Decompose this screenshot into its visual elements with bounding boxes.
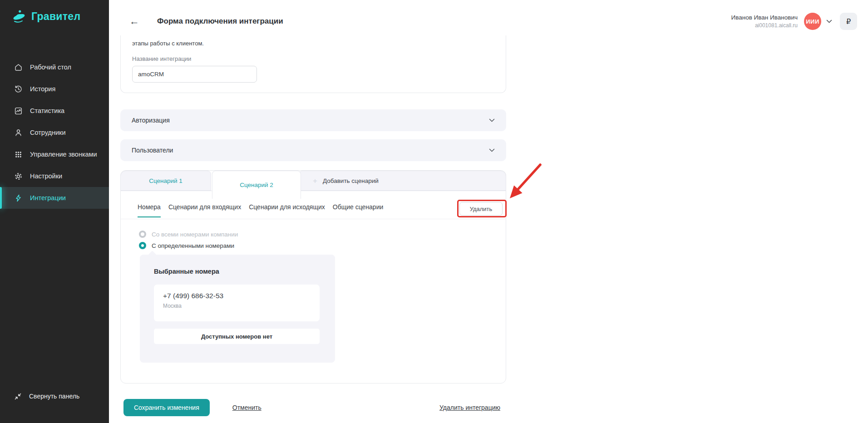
subtab-label: Сценарии для входящих	[168, 203, 241, 211]
phone-number: +7 (499) 686-32-53	[163, 292, 311, 300]
subtab-incoming[interactable]: Сценарии для входящих	[168, 196, 241, 219]
integration-name-input[interactable]	[132, 66, 257, 83]
header: ← Форма подключения интеграции Иванов Ив…	[109, 0, 868, 35]
sidebar-item-statistics[interactable]: Статистика	[0, 100, 109, 122]
chevron-down-icon[interactable]	[826, 20, 832, 23]
phone-city: Москва	[163, 303, 311, 309]
logo[interactable]: Гравител	[10, 8, 80, 25]
sidebar-menu: Рабочий стол История	[0, 56, 109, 209]
no-numbers-message: Доступных номеров нет	[154, 329, 320, 344]
subtab-label: Сценарии для исходящих	[249, 203, 325, 211]
description-text: этапы работы с клиентом.	[132, 40, 494, 47]
number-mode-group: Со всеми номерами компании С определенны…	[139, 231, 506, 249]
avatar[interactable]: ИИИ	[804, 13, 821, 30]
chevron-down-icon	[489, 148, 495, 152]
sidebar-item-label: Рабочий стол	[30, 64, 71, 71]
sidebar-item-label: Управление звонками	[30, 151, 97, 158]
scenario-subtabs: Номера Сценарии для входящих Сценарии дл…	[138, 196, 383, 219]
subtab-label: Номера	[138, 203, 161, 211]
logo-text: Гравител	[31, 10, 80, 23]
accordion-label: Пользователи	[132, 147, 173, 154]
delete-integration-link[interactable]: Удалить интеграцию	[439, 404, 500, 411]
integration-name-label: Название интеграции	[132, 55, 494, 62]
sidebar-item-history[interactable]: История	[0, 78, 109, 100]
sidebar-item-settings[interactable]: Настройки	[0, 165, 109, 187]
radio-label: С определенными номерами	[152, 242, 234, 249]
save-button[interactable]: Сохранить изменения	[123, 399, 210, 416]
tab-scenario-1[interactable]: Сценарий 1	[120, 171, 211, 191]
ruble-icon: ₽	[846, 17, 851, 26]
sidebar-item-label: Статистика	[30, 107, 64, 114]
selected-numbers-title: Выбранные номера	[154, 268, 321, 275]
subtab-label: Общие сценарии	[333, 203, 384, 211]
balance-currency-button[interactable]: ₽	[840, 13, 857, 30]
scenario-toolbar: Номера Сценарии для входящих Сценарии дл…	[121, 191, 506, 219]
main-content: этапы работы с клиентом. Название интегр…	[109, 35, 868, 423]
sidebar-item-desktop[interactable]: Рабочий стол	[0, 56, 109, 78]
dialpad-icon	[14, 150, 23, 159]
history-icon	[14, 85, 23, 93]
user-name: Иванов Иван Иванович	[731, 14, 798, 21]
tab-label: Сценарий 2	[240, 182, 273, 188]
subtab-numbers[interactable]: Номера	[138, 196, 161, 219]
ufo-rocket-icon	[10, 8, 27, 25]
page-title: Форма подключения интеграции	[157, 17, 283, 26]
collapse-panel-label: Свернуть панель	[29, 393, 79, 400]
tab-label: Сценарий 1	[149, 177, 182, 184]
accordion-label: Авторизация	[132, 117, 170, 124]
plus-icon: +	[313, 177, 317, 185]
user-block: Иванов Иван Иванович ai001081.aicall.ru …	[731, 13, 858, 30]
avatar-initials: ИИИ	[806, 18, 819, 25]
radio-all-numbers[interactable]: Со всеми номерами компании	[139, 231, 506, 238]
radio-on-icon	[139, 242, 146, 249]
arrow-left-icon: ←	[129, 15, 139, 27]
chevron-down-icon	[489, 118, 495, 122]
accordion-users[interactable]: Пользователи	[120, 139, 506, 161]
sidebar-item-label: История	[30, 85, 55, 93]
add-scenario-tab[interactable]: + Добавить сценарий	[299, 171, 506, 191]
statistics-icon	[14, 107, 23, 115]
accordion-authorization[interactable]: Авторизация	[120, 109, 506, 131]
cancel-link[interactable]: Отменить	[232, 404, 261, 411]
user-domain: ai001081.aicall.ru	[731, 22, 798, 29]
sidebar-item-call-management[interactable]: Управление звонками	[0, 143, 109, 165]
subtab-common[interactable]: Общие сценарии	[333, 196, 384, 219]
employees-icon	[14, 128, 23, 137]
collapse-panel-button[interactable]: Свернуть панель	[0, 385, 109, 407]
subtab-outgoing[interactable]: Сценарии для исходящих	[249, 196, 325, 219]
sidebar: Гравител Рабочий стол	[0, 0, 109, 423]
app-window: Гравител Рабочий стол	[0, 0, 868, 423]
gear-icon	[14, 172, 23, 181]
radio-specific-numbers[interactable]: С определенными номерами	[139, 242, 506, 249]
annotation-arrow	[506, 160, 545, 203]
lightning-icon	[14, 194, 23, 202]
sidebar-item-label: Сотрудники	[30, 129, 66, 136]
home-icon	[14, 63, 23, 72]
sidebar-item-employees[interactable]: Сотрудники	[0, 122, 109, 143]
scenario-card: Сценарий 1 Сценарий 2 + Добавить сценари…	[120, 170, 506, 384]
panel-notch	[148, 251, 156, 259]
scenario-tabs: Сценарий 1 Сценарий 2 + Добавить сценари…	[121, 171, 506, 191]
sidebar-item-label: Интеграции	[30, 194, 66, 202]
sidebar-item-integrations[interactable]: Интеграции	[0, 187, 109, 209]
radio-label: Со всеми номерами компании	[152, 231, 238, 238]
form-actions: Сохранить изменения Отменить Удалить инт…	[120, 398, 506, 417]
integration-name-card: этапы работы с клиентом. Название интегр…	[120, 35, 506, 93]
user-names: Иванов Иван Иванович ai001081.aicall.ru	[731, 14, 798, 29]
add-scenario-label: Добавить сценарий	[323, 177, 379, 184]
selected-numbers-panel: Выбранные номера +7 (499) 686-32-53 Моск…	[140, 255, 335, 363]
back-button[interactable]: ←	[129, 16, 139, 26]
delete-scenario-button[interactable]: Удалить	[459, 202, 503, 216]
sidebar-item-label: Настройки	[30, 172, 62, 180]
radio-off-icon	[139, 231, 146, 238]
number-list-item[interactable]: +7 (499) 686-32-53 Москва	[154, 285, 320, 321]
collapse-arrows-icon	[14, 393, 22, 400]
tab-scenario-2[interactable]: Сценарий 2	[212, 171, 301, 199]
